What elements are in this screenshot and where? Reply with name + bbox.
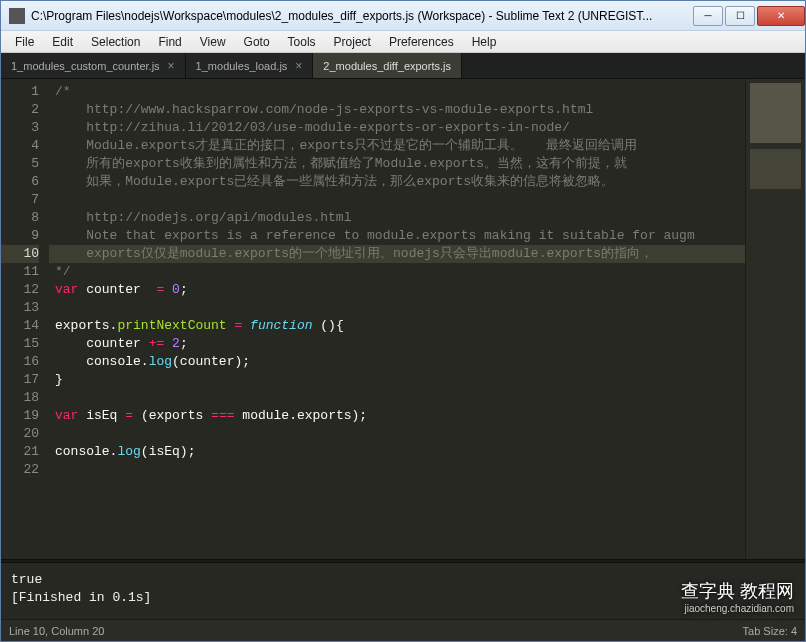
line-number: 16 [1,353,39,371]
code-line[interactable]: http://zihua.li/2012/03/use-module-expor… [49,119,745,137]
code-line[interactable]: Note that exports is a reference to modu… [49,227,745,245]
line-number: 12 [1,281,39,299]
code-line[interactable]: /* [49,83,745,101]
code-line[interactable] [49,191,745,209]
status-position[interactable]: Line 10, Column 20 [9,625,104,637]
menu-edit[interactable]: Edit [44,33,81,51]
tab-1[interactable]: 1_modules_custom_counter.js × [1,53,186,78]
line-number: 11 [1,263,39,281]
line-number: 7 [1,191,39,209]
menu-project[interactable]: Project [326,33,379,51]
line-gutter: 12345678910111213141516171819202122 [1,79,49,559]
code-line[interactable]: exports仅仅是module.exports的一个地址引用。nodejs只会… [49,245,745,263]
minimize-button[interactable]: ─ [693,6,723,26]
menu-selection[interactable]: Selection [83,33,148,51]
line-number: 20 [1,425,39,443]
line-number: 14 [1,317,39,335]
code-line[interactable]: Module.exports才是真正的接口，exports只不过是它的一个辅助工… [49,137,745,155]
window-title: C:\Program Files\nodejs\Workspace\module… [31,9,691,23]
close-button[interactable]: ✕ [757,6,805,26]
status-tabsize[interactable]: Tab Size: 4 [743,625,797,637]
code-line[interactable] [49,461,745,479]
code-line[interactable] [49,389,745,407]
code-line[interactable]: var isEq = (exports === module.exports); [49,407,745,425]
menu-help[interactable]: Help [464,33,505,51]
code-line[interactable]: var counter = 0; [49,281,745,299]
code-line[interactable]: console.log(counter); [49,353,745,371]
tabbar: 1_modules_custom_counter.js × 1_modules_… [1,53,805,79]
line-number: 10 [1,245,39,263]
line-number: 2 [1,101,39,119]
code-line[interactable]: console.log(isEq); [49,443,745,461]
tab-3[interactable]: 2_modules_diff_exports.js [313,53,462,78]
editor-area[interactable]: 12345678910111213141516171819202122 /* h… [1,79,805,559]
line-number: 18 [1,389,39,407]
menu-goto[interactable]: Goto [236,33,278,51]
tab-2[interactable]: 1_modules_load.js × [186,53,314,78]
window-buttons: ─ ☐ ✕ [691,6,805,26]
tab-label: 2_modules_diff_exports.js [323,60,451,72]
minimap[interactable] [745,79,805,559]
close-tab-icon[interactable]: × [295,59,302,73]
code-line[interactable] [49,425,745,443]
tab-label: 1_modules_load.js [196,60,288,72]
code-line[interactable]: http://www.hacksparrow.com/node-js-expor… [49,101,745,119]
line-number: 22 [1,461,39,479]
line-number: 9 [1,227,39,245]
menu-preferences[interactable]: Preferences [381,33,462,51]
statusbar: Line 10, Column 20 Tab Size: 4 [1,619,805,641]
menu-tools[interactable]: Tools [280,33,324,51]
app-icon [9,8,25,24]
line-number: 4 [1,137,39,155]
line-number: 15 [1,335,39,353]
code-line[interactable]: } [49,371,745,389]
maximize-button[interactable]: ☐ [725,6,755,26]
line-number: 5 [1,155,39,173]
line-number: 17 [1,371,39,389]
minimap-block [750,149,801,189]
minimap-block [750,83,801,143]
close-tab-icon[interactable]: × [168,59,175,73]
line-number: 1 [1,83,39,101]
menu-find[interactable]: Find [150,33,189,51]
build-output[interactable]: true [Finished in 0.1s] [1,563,805,619]
code-line[interactable]: 所有的exports收集到的属性和方法，都赋值给了Module.exports。… [49,155,745,173]
line-number: 6 [1,173,39,191]
code-line[interactable] [49,299,745,317]
code-view[interactable]: /* http://www.hacksparrow.com/node-js-ex… [49,79,745,559]
code-line[interactable]: 如果，Module.exports已经具备一些属性和方法，那么exports收集… [49,173,745,191]
line-number: 8 [1,209,39,227]
line-number: 3 [1,119,39,137]
menu-view[interactable]: View [192,33,234,51]
menubar: File Edit Selection Find View Goto Tools… [1,31,805,53]
tab-label: 1_modules_custom_counter.js [11,60,160,72]
code-line[interactable]: counter += 2; [49,335,745,353]
console-line: [Finished in 0.1s] [11,589,795,607]
code-line[interactable]: http://nodejs.org/api/modules.html [49,209,745,227]
line-number: 13 [1,299,39,317]
code-line[interactable]: exports.printNextCount = function (){ [49,317,745,335]
window-frame: C:\Program Files\nodejs\Workspace\module… [0,0,806,642]
console-line: true [11,571,795,589]
code-line[interactable]: */ [49,263,745,281]
titlebar[interactable]: C:\Program Files\nodejs\Workspace\module… [1,1,805,31]
line-number: 19 [1,407,39,425]
line-number: 21 [1,443,39,461]
menu-file[interactable]: File [7,33,42,51]
